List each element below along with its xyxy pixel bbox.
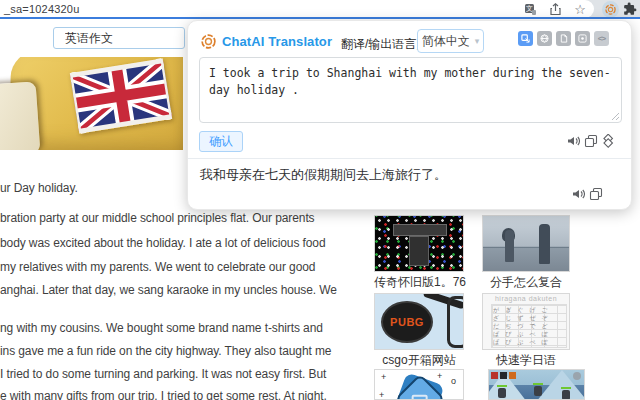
- article-line: ng with my cousins. We bought some brand…: [0, 321, 345, 335]
- health-bar: [533, 383, 543, 385]
- pubg-text: PUBG: [390, 316, 424, 328]
- thumbnail-caption[interactable]: csgo开箱网站: [374, 352, 464, 369]
- page-top-border: [0, 17, 640, 19]
- article-line: body was excited about the holiday. I at…: [0, 236, 345, 250]
- svg-text:文: 文: [526, 4, 533, 12]
- game-hud-icons: [491, 372, 516, 379]
- omnibox-icons: 文 ☆: [524, 0, 586, 18]
- hiragana-row: ざじずぜぞ: [493, 314, 565, 322]
- gun-doodle: [412, 395, 428, 400]
- confirm-button[interactable]: 确认: [199, 131, 243, 152]
- chatai-extension-icon[interactable]: [602, 1, 619, 18]
- chatai-translator-popup: ChatAI Translator 翻译/输出语言为: 简体中文 ▾ <> I …: [187, 20, 632, 210]
- beige-key-shape: [0, 81, 40, 150]
- screenshot-root: _sa=1024320u 文 ☆: [0, 0, 640, 400]
- thumbnail-pubg-pan[interactable]: PUBG: [374, 293, 464, 350]
- hiragana-row: だぢづでど: [493, 322, 565, 330]
- heart-hud-icon: [491, 372, 498, 379]
- plus-mark: +: [381, 372, 386, 382]
- game-unit: [562, 390, 570, 400]
- game-unit: [498, 388, 506, 398]
- article-line: bration party at our middle school princ…: [0, 211, 345, 225]
- uk-flag-keyboard-image: [0, 57, 183, 150]
- code-mode-button[interactable]: <>: [594, 31, 609, 46]
- thumbnail-legend-game[interactable]: [374, 215, 464, 272]
- source-text-input[interactable]: I took a trip to Shanghai with my mother…: [199, 57, 622, 123]
- article-line: ins gave me a fun ride on the city highw…: [0, 344, 345, 358]
- translate-mode-button[interactable]: [518, 31, 533, 46]
- phone-outline: [447, 296, 464, 348]
- copy-icon[interactable]: [589, 187, 603, 201]
- translation-result: 我和母亲在七天的假期期间去上海旅行了。: [200, 166, 620, 184]
- frying-pan: PUBG: [381, 301, 433, 343]
- url-text: _sa=1024320u: [4, 3, 80, 15]
- speaker-icon[interactable]: [566, 134, 580, 148]
- plus-mark: +: [379, 390, 384, 400]
- copy-icon[interactable]: [584, 134, 598, 148]
- search-input[interactable]: [53, 27, 185, 49]
- speaker-icon[interactable]: [571, 187, 585, 201]
- extensions-puzzle-icon[interactable]: [623, 2, 637, 16]
- language-select-value: 简体中文: [422, 33, 470, 50]
- mode-buttons: <>: [518, 31, 609, 46]
- thumbnail-caption[interactable]: 快速学日语: [482, 352, 570, 369]
- omnibox[interactable]: _sa=1024320u 文 ☆: [0, 0, 594, 18]
- language-select[interactable]: 简体中文 ▾: [417, 29, 484, 53]
- browser-toolbar: _sa=1024320u 文 ☆: [0, 0, 640, 18]
- horizon-line: [483, 247, 569, 248]
- hiragana-title: hiragana dakuten: [483, 295, 569, 302]
- thumbnail-hiragana-chart[interactable]: hiragana dakuten がぎぐげご ざじずぜぞ だぢづでど ばびぶべぼ…: [482, 293, 570, 350]
- thumbnail-game-scene[interactable]: [488, 369, 585, 400]
- share-icon[interactable]: [549, 3, 562, 16]
- document-mode-button[interactable]: [556, 31, 571, 46]
- chatai-logo-icon: [200, 33, 217, 50]
- map-shape: [393, 224, 447, 236]
- article-line: e with many gifts from our trip. I tried…: [0, 389, 345, 400]
- health-bar: [497, 385, 507, 387]
- thumbnail-caption[interactable]: 分手怎么复合: [482, 274, 570, 291]
- chevron-down-icon: ▾: [475, 36, 480, 46]
- map-ring-icon: [573, 372, 581, 380]
- popup-divider: [188, 158, 631, 159]
- thumbnail-splash-gun[interactable]: + + o +: [374, 369, 464, 400]
- hiragana-row: がぎぐげご: [493, 306, 565, 314]
- article-line: I tried to do some turning and parking. …: [0, 367, 345, 381]
- figure-silhouette: [505, 230, 514, 262]
- bookmark-star-icon[interactable]: ☆: [574, 3, 586, 16]
- circle-mark: o: [451, 376, 456, 386]
- article-line: anghai. Later that day, we sang karaoke …: [0, 283, 345, 297]
- thumbnail-breakup-art[interactable]: [482, 215, 570, 272]
- compare-diamond-icon[interactable]: [601, 134, 615, 148]
- translate-page-icon[interactable]: 文: [524, 3, 537, 16]
- image-mode-button[interactable]: [575, 31, 590, 46]
- hiragana-row: ぱぴぷぺぽ: [493, 338, 565, 346]
- dark-hud-icon: [500, 372, 507, 379]
- map-shape: [409, 236, 429, 266]
- orange-hud-icon: [509, 372, 516, 379]
- figure-silhouette: [539, 224, 550, 264]
- health-bar: [561, 387, 571, 389]
- plus-mark: +: [437, 371, 442, 381]
- game-unit: [534, 386, 542, 396]
- hiragana-row: ばびぶべぼ: [493, 330, 565, 338]
- globe-mode-button[interactable]: [537, 31, 552, 46]
- article-line: my relatives with my parents. We went to…: [0, 260, 345, 274]
- popup-title: ChatAI Translator: [222, 34, 332, 49]
- thumbnail-caption[interactable]: 传奇怀旧版1。76: [374, 274, 464, 291]
